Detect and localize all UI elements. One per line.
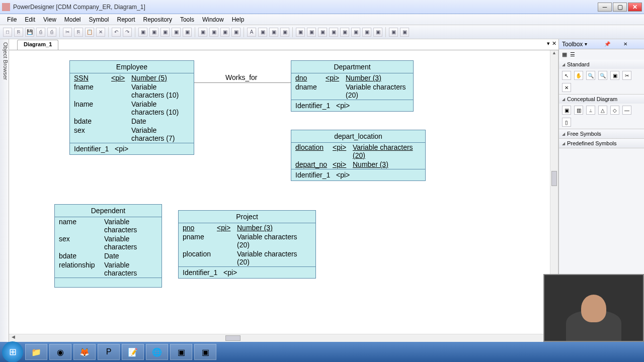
cut-icon[interactable]: ✂ (63, 28, 72, 37)
paste-icon[interactable]: 📋 (85, 28, 94, 37)
copy-icon[interactable]: ⎘ (74, 28, 83, 37)
powerpoint-icon[interactable]: P (98, 344, 120, 360)
notes-icon[interactable]: 📝 (122, 344, 144, 360)
toolbox-close-icon[interactable]: ✕ (623, 41, 641, 47)
zoom-in-icon[interactable]: 🔍 (586, 71, 595, 80)
tool-icon[interactable]: ▣ (269, 28, 278, 37)
tool-icon[interactable]: A (247, 28, 256, 37)
new-icon[interactable]: □ (3, 28, 12, 37)
menu-model[interactable]: Model (60, 15, 85, 24)
section-header[interactable]: Standard (559, 60, 644, 69)
app-icon[interactable]: 🌐 (146, 344, 168, 360)
object-browser-tab[interactable]: Object Browser (0, 39, 9, 342)
toolbox-dropdown-icon[interactable]: ▾ (585, 41, 602, 47)
tool-icon[interactable]: ▣ (373, 28, 382, 37)
tool-icon[interactable]: ▣ (296, 28, 305, 37)
tool-icon[interactable]: ▣ (400, 28, 409, 37)
tool-icon[interactable]: ▣ (307, 28, 316, 37)
tool-icon[interactable]: ▣ (362, 28, 371, 37)
menu-repository[interactable]: Repository (139, 15, 176, 24)
minimize-button[interactable]: ─ (598, 3, 612, 12)
tool-icon[interactable]: ▣ (172, 28, 181, 37)
tool-icon[interactable]: ▣ (220, 28, 229, 37)
menu-window[interactable]: Window (198, 15, 228, 24)
relationship-line[interactable] (194, 82, 291, 83)
menu-report[interactable]: Report (113, 15, 139, 24)
chrome-icon[interactable]: ◉ (49, 344, 71, 360)
tab-dropdown-icon[interactable]: ▾ (547, 40, 550, 47)
tab-close-icon[interactable]: ✕ (552, 40, 556, 47)
tool-icon[interactable]: ▣ (149, 28, 158, 37)
pointer-icon[interactable]: ↖ (562, 71, 571, 80)
toolbox-pin-icon[interactable]: 📌 (604, 41, 622, 47)
tool-icon[interactable]: ▣ (389, 28, 398, 37)
list-view-icon[interactable]: ☰ (570, 51, 575, 58)
tool-icon[interactable]: ▣ (351, 28, 360, 37)
entity-title: Department (291, 61, 413, 73)
diagram-canvas[interactable]: Employee SSN<pi>Number (5) fnameVariable… (9, 50, 558, 342)
maximize-button[interactable]: ▢ (613, 3, 627, 12)
open-icon[interactable]: ⎘ (14, 28, 23, 37)
tool-icon[interactable]: ▣ (138, 28, 147, 37)
app-icon[interactable]: ▣ (170, 344, 192, 360)
menu-view[interactable]: View (39, 15, 60, 24)
entity-title: Employee (70, 61, 194, 73)
tab-diagram-1[interactable]: Diagram_1 (17, 40, 58, 50)
print-icon[interactable]: ⎙ (47, 28, 56, 37)
menu-tools[interactable]: Tools (176, 15, 198, 24)
grid-view-icon[interactable]: ▦ (562, 51, 567, 58)
cut-icon[interactable]: ✂ (622, 71, 631, 80)
horizontal-scrollbar[interactable]: ◀ ▶ (9, 334, 550, 342)
start-button[interactable]: ⊞ (2, 341, 23, 362)
menu-symbol[interactable]: Symbol (85, 15, 113, 24)
menu-file[interactable]: File (3, 15, 21, 24)
tool-icon[interactable]: ▣ (340, 28, 349, 37)
explorer-icon[interactable]: 📁 (25, 344, 47, 360)
toolbox-view-mode: ▦ ☰ (559, 49, 644, 60)
tool-icon[interactable]: ▣ (231, 28, 240, 37)
association-icon[interactable]: ◇ (610, 106, 619, 115)
scrollbar-thumb[interactable] (551, 171, 557, 186)
entity-department[interactable]: Department dno<pi>Number (3) dnameVariab… (291, 60, 414, 112)
entity-project[interactable]: Project pno<pi>Number (3) pnameVariable … (178, 210, 316, 279)
zoom-fit-icon[interactable]: ▣ (610, 71, 619, 80)
saveall-icon[interactable]: ⎙ (36, 28, 45, 37)
section-header[interactable]: Conceptual Diagram (559, 95, 644, 104)
delete-icon[interactable]: ✕ (96, 28, 105, 37)
toolbox-section-conceptual: Conceptual Diagram ▣ ▥ ⟂ △ ◇ — ▯ (559, 95, 644, 129)
hand-icon[interactable]: ✋ (574, 71, 583, 80)
tool-icon[interactable]: ▣ (183, 28, 192, 37)
scroll-up-icon[interactable]: ▲ (550, 50, 558, 58)
section-header[interactable]: Predefined Symbols (559, 139, 644, 148)
entity-icon[interactable]: ▥ (574, 106, 583, 115)
tool-icon[interactable]: ▣ (329, 28, 338, 37)
menu-edit[interactable]: Edit (21, 15, 39, 24)
entity-depart-location[interactable]: depart_location dlocation<pi>Variable ch… (291, 130, 426, 181)
tool-icon[interactable]: ▣ (318, 28, 327, 37)
file-icon[interactable]: ▯ (562, 118, 571, 127)
relationship-icon[interactable]: ⟂ (586, 106, 595, 115)
package-icon[interactable]: ▣ (562, 106, 571, 115)
app-icon[interactable]: ▣ (194, 344, 216, 360)
scrollbar-thumb[interactable] (225, 335, 240, 341)
close-button[interactable]: ✕ (628, 3, 642, 12)
tool-icon[interactable]: ▣ (280, 28, 289, 37)
entity-dependent[interactable]: Dependent nameVariable characters sexVar… (54, 204, 162, 288)
tool-icon[interactable]: ▣ (198, 28, 207, 37)
tool-icon[interactable]: ▣ (160, 28, 170, 37)
zoom-out-icon[interactable]: 🔍 (598, 71, 607, 80)
menu-help[interactable]: Help (228, 15, 249, 24)
link-icon[interactable]: — (622, 106, 631, 115)
save-icon[interactable]: 💾 (25, 28, 34, 37)
relationship-label[interactable]: Works_for (225, 73, 258, 81)
scroll-left-icon[interactable]: ◀ (9, 334, 17, 342)
tool-icon[interactable]: ▣ (209, 28, 218, 37)
entity-employee[interactable]: Employee SSN<pi>Number (5) fnameVariable… (69, 60, 194, 155)
delete-icon[interactable]: ✕ (562, 83, 571, 92)
tool-icon[interactable]: ▣ (258, 28, 267, 37)
inheritance-icon[interactable]: △ (598, 106, 607, 115)
redo-icon[interactable]: ↷ (123, 28, 132, 37)
undo-icon[interactable]: ↶ (112, 28, 121, 37)
section-header[interactable]: Free Symbols (559, 129, 644, 138)
firefox-icon[interactable]: 🦊 (73, 344, 96, 360)
